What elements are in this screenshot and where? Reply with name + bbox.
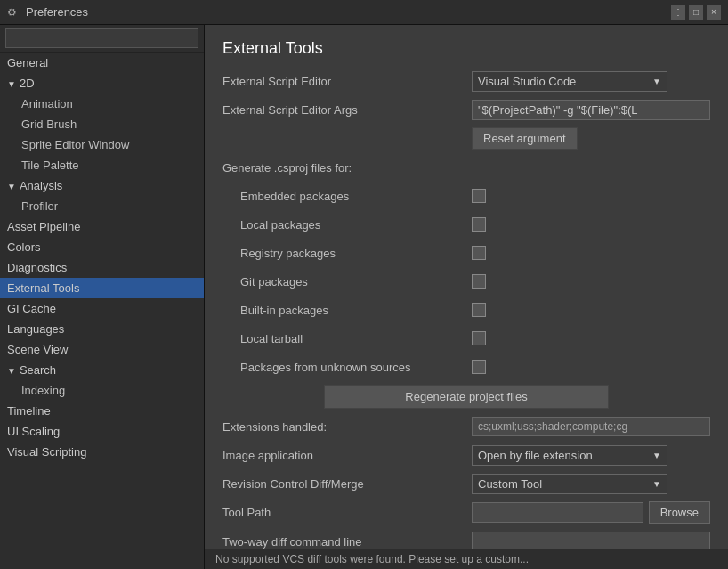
package-control-3 (472, 274, 710, 289)
tool-path-row: Tool Path Browse (222, 501, 710, 524)
package-checkbox-0[interactable] (472, 189, 486, 203)
package-row-4: Built-in packages (222, 299, 710, 321)
package-label-1: Local packages (222, 218, 472, 232)
content-area: External Tools External Script Editor Vi… (205, 25, 728, 569)
reset-argument-button[interactable]: Reset argument (472, 127, 578, 150)
package-row-3: Git packages (222, 271, 710, 292)
regenerate-button[interactable]: Regenerate project files (324, 385, 609, 409)
sidebar-search-input[interactable] (5, 28, 198, 48)
sidebar-item-grid-brush[interactable]: Grid Brush (0, 114, 204, 134)
sidebar-item-search[interactable]: ▼Search (0, 360, 204, 380)
external-script-editor-control: Visual Studio Code ▼ (472, 71, 710, 92)
sidebar-item-visual-scripting[interactable]: Visual Scripting (0, 442, 204, 462)
sidebar-item-general[interactable]: General (0, 53, 204, 73)
title-bar-controls: ⋮ □ × (671, 5, 721, 20)
external-script-editor-row: External Script Editor Visual Studio Cod… (222, 70, 710, 92)
extensions-handled-control: cs;uxml;uss;shader;compute;cg (472, 417, 710, 436)
package-checkbox-6[interactable] (472, 360, 486, 374)
tool-path-label: Tool Path (222, 506, 472, 519)
revision-control-control: Custom Tool ▼ (472, 474, 710, 494)
sidebar-item-sprite-editor[interactable]: Sprite Editor Window (0, 134, 204, 155)
page-title: External Tools (222, 39, 710, 58)
sidebar-item-animation[interactable]: Animation (0, 93, 204, 114)
title-bar-left: ⚙ Preferences (7, 5, 88, 19)
sidebar-item-2d[interactable]: ▼2D (0, 73, 204, 93)
extensions-handled-row: Extensions handled: cs;uxml;uss;shader;c… (222, 416, 710, 437)
title-bar: ⚙ Preferences ⋮ □ × (0, 0, 728, 25)
sidebar-item-gi-cache[interactable]: GI Cache (0, 298, 204, 319)
sidebar-search-container (0, 25, 204, 53)
image-application-dropdown[interactable]: Open by file extension ▼ (472, 445, 667, 466)
sidebar-item-timeline[interactable]: Timeline (0, 401, 204, 421)
sidebar-item-languages[interactable]: Languages (0, 319, 204, 339)
arrow-2d: ▼ (7, 79, 16, 89)
external-script-editor-label: External Script Editor (222, 75, 472, 88)
package-row-0: Embedded packages (222, 185, 710, 207)
close-button[interactable]: × (707, 5, 721, 20)
arrow-analysis: ▼ (7, 182, 16, 191)
title-bar-icon: ⚙ (7, 6, 17, 19)
package-control-0 (472, 189, 710, 203)
package-checkbox-4[interactable] (472, 303, 486, 317)
package-label-2: Registry packages (222, 247, 472, 260)
external-script-editor-dropdown[interactable]: Visual Studio Code ▼ (472, 71, 667, 92)
sidebar-item-tile-palette[interactable]: Tile Palette (0, 155, 204, 175)
image-application-control: Open by file extension ▼ (472, 445, 710, 466)
package-checkbox-1[interactable] (472, 217, 486, 232)
extensions-handled-value: cs;uxml;uss;shader;compute;cg (472, 417, 710, 436)
image-application-value: Open by file extension (478, 449, 593, 462)
generate-csproj-label: Generate .csproj files for: (222, 161, 472, 175)
script-editor-args-row: External Script Editor Args (222, 99, 710, 120)
dropdown-arrow-revision: ▼ (652, 479, 661, 489)
status-bar: No supported VCS diff tools were found. … (205, 549, 728, 569)
external-script-editor-value: Visual Studio Code (478, 75, 576, 88)
sidebar-item-external-tools[interactable]: External Tools (0, 278, 204, 298)
sidebar-item-asset-pipeline[interactable]: Asset Pipeline (0, 216, 204, 237)
image-application-label: Image application (222, 449, 472, 462)
revision-control-dropdown[interactable]: Custom Tool ▼ (472, 474, 667, 494)
reset-arg-row: Reset argument (222, 127, 710, 150)
package-row-5: Local tarball (222, 328, 710, 349)
main-layout: General ▼2D Animation Grid Brush Sprite … (0, 25, 728, 569)
dropdown-arrow: ▼ (652, 77, 661, 86)
title-bar-title: Preferences (26, 5, 88, 19)
sidebar-item-analysis[interactable]: ▼Analysis (0, 175, 204, 196)
package-checkbox-2[interactable] (472, 246, 486, 260)
extensions-handled-label: Extensions handled: (222, 420, 472, 434)
browse-button[interactable]: Browse (649, 501, 710, 524)
package-checkbox-3[interactable] (472, 274, 486, 289)
package-control-4 (472, 303, 710, 317)
menu-button[interactable]: ⋮ (671, 5, 685, 20)
package-row-2: Registry packages (222, 242, 710, 264)
script-editor-args-control (472, 100, 710, 120)
script-editor-args-input[interactable] (472, 100, 710, 120)
maximize-button[interactable]: □ (689, 5, 703, 20)
package-row-6: Packages from unknown sources (222, 356, 710, 378)
package-control-6 (472, 360, 710, 374)
reset-arg-control: Reset argument (472, 127, 710, 150)
image-application-row: Image application Open by file extension… (222, 444, 710, 466)
sidebar-item-colors[interactable]: Colors (0, 237, 204, 257)
package-label-4: Built-in packages (222, 304, 472, 317)
package-label-5: Local tarball (222, 332, 472, 345)
package-control-5 (472, 331, 710, 345)
package-label-0: Embedded packages (222, 190, 472, 203)
dropdown-arrow-img: ▼ (652, 451, 661, 460)
package-control-1 (472, 217, 710, 232)
sidebar-item-scene-view[interactable]: Scene View (0, 339, 204, 360)
tool-path-input[interactable] (472, 502, 643, 523)
package-checkbox-5[interactable] (472, 331, 486, 345)
regenerate-row: Regenerate project files (222, 385, 710, 409)
status-bar-text: No supported VCS diff tools were found. … (215, 553, 529, 565)
tool-path-control: Browse (472, 501, 710, 524)
sidebar-item-indexing[interactable]: Indexing (0, 380, 204, 401)
package-rows: Embedded packages Local packages Registr… (222, 185, 710, 378)
package-control-2 (472, 246, 710, 260)
sidebar-item-diagnostics[interactable]: Diagnostics (0, 257, 204, 278)
sidebar-item-ui-scaling[interactable]: UI Scaling (0, 421, 204, 442)
generate-csproj-row: Generate .csproj files for: (222, 157, 710, 178)
sidebar-item-profiler[interactable]: Profiler (0, 196, 204, 216)
arrow-search: ▼ (7, 366, 16, 376)
sidebar: General ▼2D Animation Grid Brush Sprite … (0, 25, 205, 569)
two-way-diff-label: Two-way diff command line (222, 535, 472, 549)
